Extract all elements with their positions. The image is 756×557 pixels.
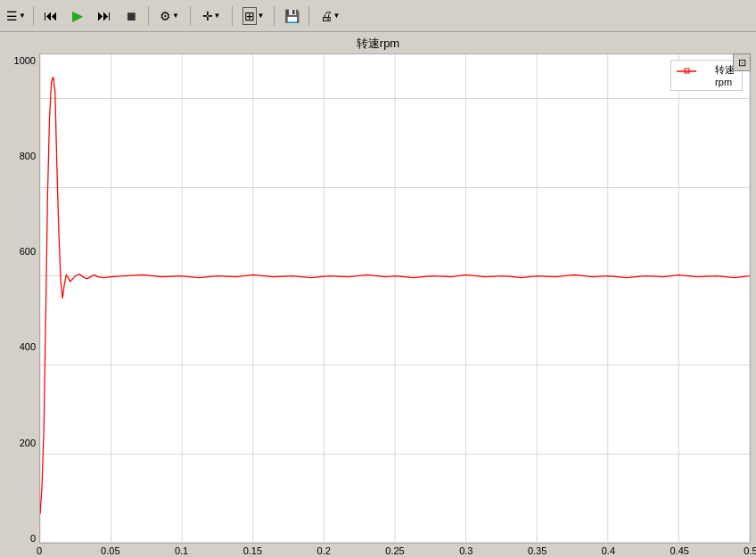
menu-arrow-icon: ▼ <box>19 12 26 20</box>
y-label-0: 0 <box>30 533 36 544</box>
zoom-arrow-icon: ▼ <box>258 12 265 20</box>
plot-wrapper: 转速rpm <box>39 53 751 557</box>
chart-container: 转速rpm ⊡ 1000 800 600 400 200 0 <box>0 32 756 557</box>
toolbar-separator-2 <box>148 6 149 26</box>
zoom-icon: ⊞ <box>242 7 257 25</box>
settings-icon: ⚙ <box>160 9 171 23</box>
cursor-icon: ✛ <box>202 9 213 23</box>
rewind-icon: ⏮ <box>44 8 58 24</box>
x-label-02: 0.2 <box>317 545 331 556</box>
toolbar: ☰ ▼ ⏮ ▶ ⏭ ⏹ ⚙ ▼ ✛ ▼ ⊞ ▼ 💾 🖨 ▼ <box>0 0 756 32</box>
y-label-800: 800 <box>20 151 36 161</box>
print-icon: 🖨 <box>320 9 333 23</box>
settings-btn[interactable]: ⚙ ▼ <box>153 4 185 29</box>
x-label-025: 0.25 <box>385 545 404 556</box>
plot-svg <box>40 54 750 543</box>
play-icon: ▶ <box>72 7 83 24</box>
toolbar-separator-4 <box>232 6 233 26</box>
toolbar-separator-3 <box>190 6 191 26</box>
legend-line-icon <box>677 66 711 85</box>
print-arrow-icon: ▼ <box>333 12 341 20</box>
toolbar-separator-1 <box>33 6 34 26</box>
x-label-015: 0.15 <box>243 545 262 556</box>
y-axis: 1000 800 600 400 200 0 <box>5 53 39 557</box>
menu-btn[interactable]: ☰ ▼ <box>4 4 29 29</box>
x-label-005: 0.05 <box>101 545 119 556</box>
save-btn[interactable]: 💾 <box>279 4 304 29</box>
expand-icon: ⊡ <box>738 57 746 69</box>
rewind-btn[interactable]: ⏮ <box>38 4 63 29</box>
expand-btn[interactable]: ⊡ <box>733 53 751 71</box>
y-label-1000: 1000 <box>14 55 36 66</box>
toolbar-separator-5 <box>274 6 275 26</box>
y-label-200: 200 <box>20 438 36 448</box>
x-label-04: 0.4 <box>602 545 615 556</box>
x-label-01: 0.1 <box>175 545 188 556</box>
settings-arrow-icon: ▼ <box>172 12 179 20</box>
main-content: 转速rpm ⊡ 1000 800 600 400 200 0 <box>0 32 756 557</box>
x-axis: 0 0.05 0.1 0.15 0.2 0.25 0.3 0.35 0.4 0.… <box>39 544 751 557</box>
save-icon: 💾 <box>284 9 300 23</box>
step-icon: ⏭ <box>97 8 111 24</box>
step-btn[interactable]: ⏭ <box>92 4 117 29</box>
x-label-045: 0.45 <box>670 545 688 556</box>
x-label-03: 0.3 <box>459 545 472 556</box>
chart-area: 1000 800 600 400 200 0 <box>5 53 751 557</box>
zoom-btn[interactable]: ⊞ ▼ <box>237 4 269 29</box>
x-label-0: 0 <box>37 545 42 556</box>
toolbar-separator-6 <box>308 6 309 26</box>
stop-icon: ⏹ <box>125 9 137 23</box>
legend-item: 转速rpm <box>677 63 736 87</box>
print-btn[interactable]: 🖨 ▼ <box>314 4 346 29</box>
legend: 转速rpm <box>670 60 743 91</box>
x-label-035: 0.35 <box>528 545 546 556</box>
chart-title: 转速rpm <box>5 36 751 52</box>
stop-btn[interactable]: ⏹ <box>119 4 144 29</box>
x-label-05: 0.5 <box>744 545 756 556</box>
y-label-400: 400 <box>20 341 36 352</box>
menu-icon: ☰ <box>6 9 18 23</box>
play-btn[interactable]: ▶ <box>65 4 90 29</box>
plot-svg-container[interactable]: 转速rpm <box>39 53 751 544</box>
y-label-600: 600 <box>20 246 36 257</box>
cursor-btn[interactable]: ✛ ▼ <box>195 4 227 29</box>
cursor-arrow-icon: ▼ <box>214 12 221 20</box>
